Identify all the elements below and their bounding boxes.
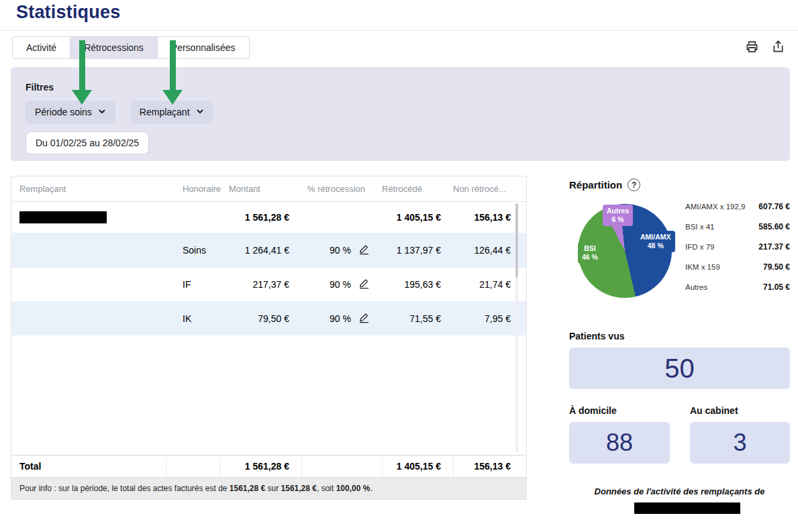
total-non-retrocede: 156,13 € [453,456,523,477]
chevron-down-icon [98,107,106,117]
legend-label: BSI x 41 [685,223,714,231]
table-row-ik: IK 79,50 € 90 % 71,55 € 7,95 € [11,301,526,335]
remplacant-dropdown[interactable]: Remplaçant [130,101,213,123]
filters-title: Filtres [26,82,54,93]
date-range-chip[interactable]: Du 01/02/25 au 28/02/25 [26,131,149,154]
page-title: Statistiques [16,2,120,23]
table-empty-area [11,335,526,455]
slice-name: AMI/AMX [640,233,671,242]
toolbar [744,39,786,56]
legend-value: 217.37 € [758,242,790,252]
footer-text: Pour info : sur la période, le total des… [19,484,230,493]
slice-pct: 6 % [607,215,629,224]
col-non-retrocede: Non rétrocé... [453,184,523,194]
tab-activite[interactable]: Activité [12,36,70,59]
total-montant: 1 561,28 € [219,456,301,477]
table-footer-note: Pour info : sur la période, le total des… [11,477,526,499]
col-pct-retrocession: % rétrocession [301,184,382,194]
page-header: Statistiques [0,0,798,31]
retrocede-value: 195,63 € [382,279,453,290]
taux-value: 90 % [330,245,351,256]
non-retrocede-value: 21,74 € [453,279,523,290]
pencil-edit-icon [358,244,370,257]
footer-bold-value: 1561,28 € [230,484,265,493]
edit-taux-button[interactable] [358,312,370,325]
group-retrocede: 1 405,15 € [382,212,453,223]
repartition-header: Répartition ? [569,178,640,191]
retrocessions-table: Remplaçant Honoraire Montant % rétrocess… [11,176,527,500]
legend-item: IFD x 79 217.37 € [685,242,790,252]
non-retrocede-value: 7,95 € [453,313,523,324]
redacted-remplacant-name [634,502,740,514]
pie-legend: AMI/AMX x 192,9 607.76 € BSI x 41 585.60… [685,202,790,292]
table-header-row: Remplaçant Honoraire Montant % rétrocess… [11,176,526,201]
legend-label: IKM x 159 [685,263,720,271]
legend-value: 79.50 € [763,262,790,272]
period-soins-dropdown[interactable]: Période soins [26,101,115,123]
montant-value: 217,37 € [219,279,301,290]
table-row-if: IF 217,37 € 90 % 195,63 € 21,74 € [11,267,526,301]
legend-label: IFD x 79 [685,243,714,251]
honoraire-label: IK [166,313,219,324]
stats-sidebar: Répartition ? Autres 6 % AMI/AMX 48 % BS… [569,176,790,528]
filters-panel: Filtres Période soins Remplaçant Du 01/0… [11,67,790,161]
footer-bold-value: 100,00 % [336,484,370,493]
table-group-row[interactable]: 1 561,28 € 1 405,15 € 156,13 € [11,201,526,233]
pencil-edit-icon [358,312,370,325]
table-total-row: Total 1 561,28 € 1 405,15 € 156,13 € [11,455,526,477]
legend-item: IKM x 159 79.50 € [685,262,790,272]
honoraire-label: Soins [166,245,219,256]
col-remplacant: Remplaçant [11,184,166,194]
redacted-name [19,211,107,223]
table-row-soins: Soins 1 264,41 € 90 % 1 137,97 € 126,44 … [11,233,526,267]
group-non-retrocede: 156,13 € [453,212,523,223]
au-cabinet-value: 3 [690,422,790,464]
montant-value: 1 264,41 € [219,245,301,256]
footer-text: sur [265,484,281,493]
slice-name: Autres [607,207,629,215]
table-scrollbar[interactable] [515,203,518,452]
retrocede-value: 1 137,97 € [382,245,453,256]
remplacant-label: Remplaçant [140,107,190,117]
slice-pct: 48 % [640,242,671,250]
tab-retrocessions[interactable]: Rétrocessions [70,36,158,59]
legend-value: 71.05 € [763,282,790,292]
a-domicile-value: 88 [569,422,670,464]
patients-vus-label: Patients vus [569,331,624,341]
non-retrocede-value: 126,44 € [453,245,523,256]
taux-value: 90 % [330,313,351,324]
chevron-down-icon [196,107,204,117]
pencil-edit-icon [358,278,370,291]
patients-vus-value: 50 [569,348,790,389]
group-montant: 1 561,28 € [219,212,301,223]
tab-personnalisees[interactable]: Personnalisées [158,36,250,59]
slice-pct: 46 % [582,253,598,262]
repartition-title: Répartition [569,179,622,191]
edit-taux-button[interactable] [358,244,370,257]
share-export-icon [770,39,786,56]
pie-label-ami-amx: AMI/AMX 48 % [636,231,675,252]
honoraire-label: IF [166,279,219,290]
pie-label-bsi: BSI 46 % [578,242,602,264]
sidebar-footnote: Données de l'activité des remplaçants de [569,486,790,496]
print-button[interactable] [744,39,760,56]
taux-value: 90 % [330,279,351,290]
help-icon[interactable]: ? [628,178,640,191]
legend-item: AMI/AMX x 192,9 607.76 € [685,202,790,211]
footer-bold-value: 1561,28 € [281,484,317,493]
pie-label-autres: Autres 6 % [603,205,633,226]
legend-value: 585.60 € [758,222,790,231]
edit-taux-button[interactable] [358,278,370,291]
export-button[interactable] [770,39,786,56]
legend-item: Autres 71.05 € [685,282,790,292]
scrollbar-thumb[interactable] [515,203,518,277]
legend-item: BSI x 41 585.60 € [685,222,790,231]
period-soins-label: Période soins [35,107,92,117]
legend-label: AMI/AMX x 192,9 [685,203,745,211]
filters-dropdown-row: Période soins Remplaçant [26,101,213,123]
legend-label: Autres [685,283,707,291]
total-retrocede: 1 405,15 € [382,456,453,477]
footer-text: , soit [317,484,336,493]
printer-icon [744,39,760,56]
montant-value: 79,50 € [219,313,301,324]
